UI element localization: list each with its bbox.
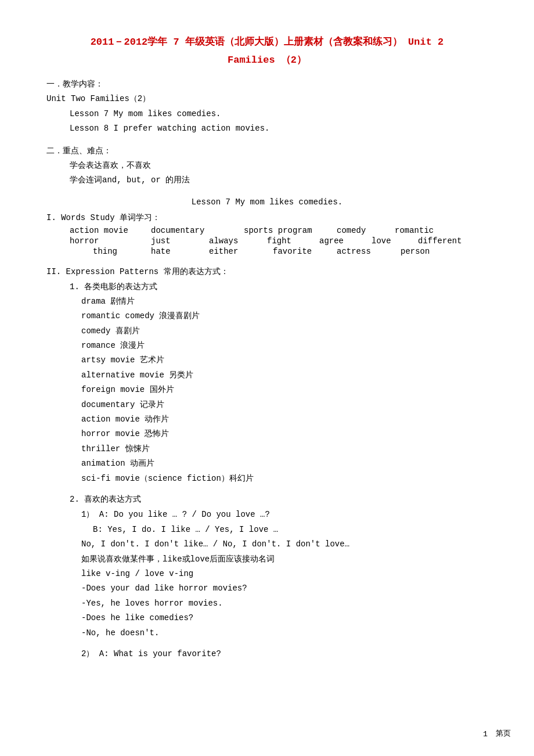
words-row-1: action movie documentary sports program … (46, 226, 488, 235)
word-person: person (400, 247, 470, 256)
expression1-header: 1. 各类电影的表达方式 (46, 280, 488, 293)
section2-line1: 学会表达喜欢，不喜欢 (46, 159, 488, 172)
word-romantic: romantic (395, 226, 464, 235)
movie-type-artsy: artsy movie 艺术片 (81, 354, 488, 366)
section2-header: 二．重点、难点： (46, 145, 488, 157)
movie-type-horror: horror movie 恐怖片 (81, 427, 488, 440)
word-favorite: favorite (273, 247, 337, 256)
expression2-item1-b: B: Yes, I do. I like … / Yes, I love … (81, 523, 488, 536)
page-number: 1 (483, 730, 488, 739)
expression2-item2-line: 2） A: What is your favorite? (81, 647, 488, 660)
movie-type-romantic-comedy: romantic comedy 浪漫喜剧片 (81, 309, 488, 322)
expression2-item1-a2: -No, he doesn't. (81, 627, 488, 639)
expression2-item1-q1: -Does your dad like horror movies? (81, 582, 488, 595)
main-title: 2011－2012学年 7 年级英语（北师大版）上册素材（含教案和练习） Uni… (46, 35, 488, 48)
section1-lesson8: Lesson 8 I prefer watching action movies… (46, 122, 488, 135)
word-horror: horror (70, 236, 151, 246)
word-fight: fight (267, 236, 319, 246)
expression2-item1-note2: like v-ing / love v-ing (81, 567, 488, 580)
section2-line2: 学会连词and, but, or 的用法 (46, 174, 488, 186)
expression2-item2: 2） A: What is your favorite? (46, 647, 488, 660)
section1-lesson7: Lesson 7 My mom likes comedies. (46, 107, 488, 120)
words-row-2: horror just always fight agree love diff… (46, 236, 488, 246)
section1-unit: Unit Two Families（2） (46, 92, 488, 105)
subtitle: Families （2） (46, 53, 488, 66)
word-either: either (209, 247, 273, 256)
word-different: different (418, 236, 488, 246)
section1-header: 一．教学内容： (46, 78, 488, 91)
expression2-item1-note1: 如果说喜欢做某件事，like或love后面应该接动名词 (81, 553, 488, 566)
movie-type-documentary: documentary 记录片 (81, 398, 488, 411)
word-hate: hate (151, 247, 209, 256)
movie-type-foreign: foreign movie 国外片 (81, 383, 488, 396)
movie-type-scifi: sci-fi movie（science fiction）科幻片 (81, 472, 488, 485)
movie-types-list: drama 剧情片 romantic comedy 浪漫喜剧片 comedy 喜… (46, 295, 488, 485)
expression2-item1: 1） A: Do you like … ? / Do you love …? B… (46, 508, 488, 639)
word-love: love (371, 236, 418, 246)
word-just: just (151, 236, 209, 246)
expression2-item1-no: No, I don't. I don't like… / No, I don't… (81, 538, 488, 550)
word-action-movie: action movie (70, 226, 151, 235)
movie-type-drama: drama 剧情片 (81, 295, 488, 308)
expression2-item1-q2: -Does he like comedies? (81, 611, 488, 624)
word-actress: actress (337, 247, 400, 256)
expression2-item1-num: 1） A: Do you like … ? / Do you love …? (81, 508, 488, 521)
movie-type-animation: animation 动画片 (81, 457, 488, 470)
movie-type-romance: romance 浪漫片 (81, 339, 488, 352)
movie-type-alternative: alternative movie 另类片 (81, 369, 488, 381)
movie-type-comedy: comedy 喜剧片 (81, 325, 488, 337)
page-label: 第页 (496, 728, 511, 739)
words-study-header: I. Words Study 单词学习： (46, 211, 488, 224)
expression2-item1-a1: -Yes, he loves horror movies. (81, 597, 488, 610)
word-always: always (209, 236, 267, 246)
word-sports-program: sports program (244, 226, 337, 235)
words-row-3: thing hate either favorite actress perso… (46, 247, 488, 256)
word-thing: thing (93, 247, 151, 256)
movie-type-thriller: thriller 惊悚片 (81, 442, 488, 455)
word-agree: agree (319, 236, 371, 246)
movie-type-action: action movie 动作片 (81, 413, 488, 426)
word-comedy: comedy (337, 226, 395, 235)
expression-header: II. Expression Patterns 常用的表达方式： (46, 265, 488, 278)
word-documentary: documentary (151, 226, 244, 235)
expression2-header: 2. 喜欢的表达方式 (46, 493, 488, 506)
lesson-title: Lesson 7 My mom likes comedies. (46, 197, 488, 207)
